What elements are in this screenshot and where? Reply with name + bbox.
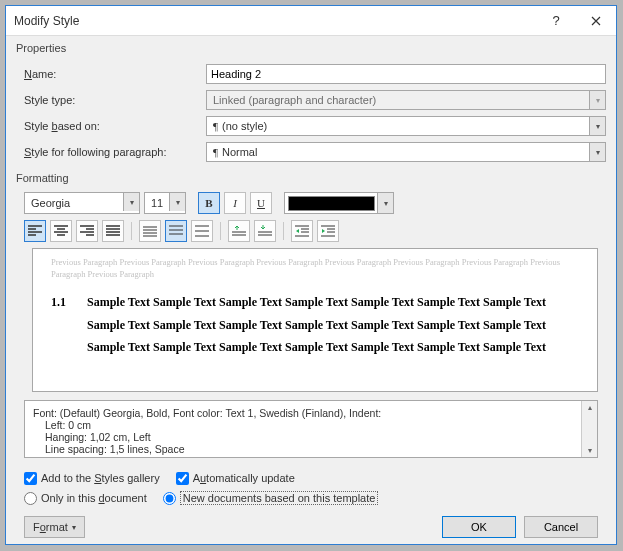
- align-justify-icon: [106, 225, 120, 237]
- style-description: Font: (Default) Georgia, Bold, Font colo…: [24, 400, 598, 458]
- chevron-down-icon[interactable]: ▾: [377, 193, 393, 213]
- fontcolor-combo[interactable]: ▾: [284, 192, 394, 214]
- preview-number: 1.1: [51, 291, 87, 359]
- chevron-down-icon[interactable]: ▾: [123, 193, 139, 211]
- basedon-label: Style based on:: [24, 120, 206, 132]
- scroll-down-icon[interactable]: ▾: [588, 446, 592, 455]
- modify-style-dialog: Modify Style ? Properties Name: Style ty…: [5, 5, 617, 545]
- pilcrow-icon: ¶: [213, 146, 218, 158]
- separator: [283, 222, 284, 240]
- align-left-icon: [28, 225, 42, 237]
- preview-prev-para: Previous Paragraph Previous Paragraph Pr…: [51, 257, 579, 281]
- space-before-icon: [232, 225, 246, 237]
- scroll-up-icon[interactable]: ▴: [588, 403, 592, 412]
- basedon-combo[interactable]: ¶ (no style) ▾: [206, 116, 606, 136]
- align-justify-button[interactable]: [102, 220, 124, 242]
- spacing-2-icon: [195, 225, 209, 237]
- indent-dec-icon: [295, 225, 309, 237]
- indent-increase-button[interactable]: [317, 220, 339, 242]
- titlebar: Modify Style ?: [6, 6, 616, 36]
- following-combo[interactable]: ¶ Normal ▾: [206, 142, 606, 162]
- indent-inc-icon: [321, 225, 335, 237]
- line-spacing-2-button[interactable]: [191, 220, 213, 242]
- chevron-down-icon: ▾: [72, 523, 76, 532]
- line-spacing-15-button[interactable]: [165, 220, 187, 242]
- properties-heading: Properties: [16, 42, 606, 54]
- pilcrow-icon: ¶: [213, 120, 218, 132]
- preview-sample: Sample Text Sample Text Sample Text Samp…: [87, 291, 579, 359]
- underline-button[interactable]: U: [250, 192, 272, 214]
- styletype-label: Style type:: [24, 94, 206, 106]
- space-after-icon: [258, 225, 272, 237]
- add-to-gallery-checkbox[interactable]: Add to the Styles gallery: [24, 472, 160, 485]
- italic-button[interactable]: I: [224, 192, 246, 214]
- line-spacing-1-button[interactable]: [139, 220, 161, 242]
- formatting-heading: Formatting: [16, 172, 606, 184]
- styletype-combo: Linked (paragraph and character) ▾: [206, 90, 606, 110]
- color-swatch: [288, 196, 375, 211]
- indent-decrease-button[interactable]: [291, 220, 313, 242]
- chevron-down-icon[interactable]: ▾: [169, 193, 185, 211]
- preview-pane: Previous Paragraph Previous Paragraph Pr…: [32, 248, 598, 392]
- only-this-doc-radio[interactable]: Only in this document: [24, 492, 147, 505]
- align-right-icon: [80, 225, 94, 237]
- spacing-15-icon: [169, 225, 183, 237]
- separator: [131, 222, 132, 240]
- chevron-down-icon[interactable]: ▾: [589, 143, 605, 161]
- space-before-inc-button[interactable]: [228, 220, 250, 242]
- following-label: Style for following paragraph:: [24, 146, 206, 158]
- align-right-button[interactable]: [76, 220, 98, 242]
- bold-button[interactable]: B: [198, 192, 220, 214]
- cancel-button[interactable]: Cancel: [524, 516, 598, 538]
- dialog-title: Modify Style: [14, 14, 536, 28]
- spacing-1-icon: [143, 225, 157, 237]
- chevron-down-icon[interactable]: ▾: [589, 117, 605, 135]
- fontsize-combo[interactable]: 11 ▾: [144, 192, 186, 214]
- chevron-down-icon: ▾: [589, 91, 605, 109]
- format-dropdown[interactable]: Format ▾: [24, 516, 85, 538]
- scrollbar[interactable]: ▴▾: [581, 401, 597, 457]
- new-docs-radio[interactable]: New documents based on this template: [163, 491, 379, 505]
- help-button[interactable]: ?: [536, 6, 576, 36]
- font-combo[interactable]: Georgia ▾: [24, 192, 140, 214]
- name-input[interactable]: [206, 64, 606, 84]
- auto-update-checkbox[interactable]: Automatically update: [176, 472, 295, 485]
- separator: [220, 222, 221, 240]
- close-button[interactable]: [576, 6, 616, 36]
- close-icon: [591, 16, 601, 26]
- align-left-button[interactable]: [24, 220, 46, 242]
- space-before-dec-button[interactable]: [254, 220, 276, 242]
- name-label: Name:: [24, 68, 206, 80]
- align-center-icon: [54, 225, 68, 237]
- ok-button[interactable]: OK: [442, 516, 516, 538]
- align-center-button[interactable]: [50, 220, 72, 242]
